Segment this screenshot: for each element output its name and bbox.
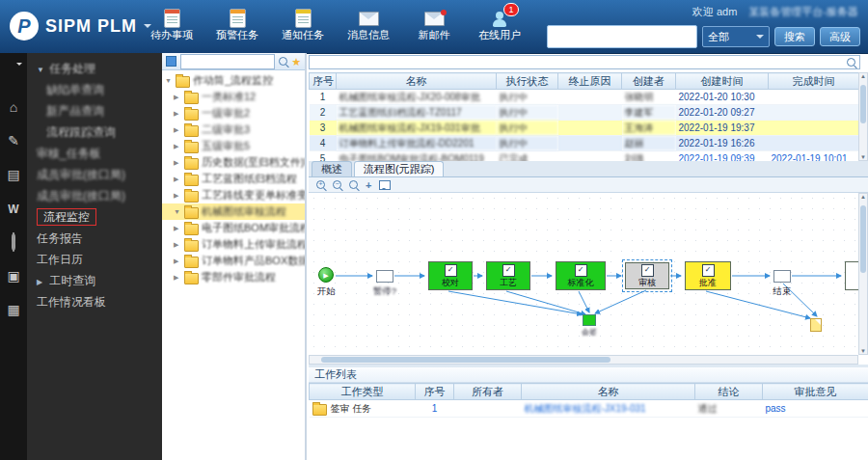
scroll-down-icon[interactable]: ▼ — [859, 348, 867, 354]
advanced-search-button[interactable]: 高级 — [820, 27, 860, 46]
flow-node-end-cut[interactable] — [845, 261, 858, 290]
database-icon[interactable] — [5, 166, 22, 183]
tab-overview[interactable]: 概述 — [312, 161, 352, 176]
scrollbar-thumb[interactable] — [860, 205, 866, 273]
col-reason[interactable]: 终止原因 — [558, 73, 622, 90]
tree-item[interactable]: ▶ 五级审批5 — [162, 138, 305, 154]
grid-scrollbar[interactable]: ▲ ▼ — [858, 72, 868, 161]
flow-node-review-selected[interactable]: 审核 — [625, 262, 669, 289]
edit-icon[interactable] — [5, 132, 22, 149]
wl-col-opinion[interactable]: 审批意见 — [763, 384, 868, 400]
search-filter-select[interactable]: 全部 — [702, 26, 770, 47]
tree-item-selected[interactable]: ▼ 机械图纸审核流程 — [162, 203, 305, 220]
sidebar-item-work-calendar[interactable]: 工作日历 — [27, 249, 162, 270]
flow-node-standardize[interactable]: 标准化 — [556, 261, 606, 290]
flow-node-gateway-2[interactable] — [773, 270, 791, 283]
tree-item[interactable]: ▶ 电子图纸BOM审批流程 — [162, 220, 305, 236]
grid-row-selected[interactable]: 3 机械图纸审核流程-JX19-031审批 执行中 王海涛 2022-01-19… — [310, 121, 859, 136]
book-icon[interactable] — [5, 267, 22, 284]
tree-item[interactable]: ▶ 零部件审批流程 — [162, 269, 305, 285]
scrollbar-thumb[interactable] — [860, 85, 866, 123]
sidebar-item-new-product-query[interactable]: 新产品查询 — [27, 100, 162, 122]
col-finished[interactable]: 完成时间 — [769, 73, 859, 90]
tree-item[interactable]: ▶ 一类标准12 — [162, 89, 305, 105]
tree-root[interactable]: ▼ 作动筒_流程监控 — [162, 72, 305, 89]
sidebar-item-member-approval-2[interactable]: 成员审批(接口局) — [27, 185, 162, 206]
word-icon[interactable] — [5, 200, 22, 217]
favorite-star-icon[interactable] — [291, 56, 301, 68]
sidebar-item-process-trace-query[interactable]: 流程跟踪查询 — [27, 122, 162, 143]
global-search-input[interactable] — [547, 25, 697, 48]
flow-node-start[interactable] — [318, 267, 334, 283]
flow-canvas[interactable]: 开始 暂停? 校对 工艺 标准化 审核 批准 结束 会签 — [309, 193, 858, 355]
tree-item[interactable]: ▶ 二级审批3 — [162, 122, 305, 138]
sidebar-item-review-taskboard[interactable]: 审核_任务板 — [27, 143, 162, 164]
search-button[interactable]: 搜索 — [774, 27, 815, 46]
scroll-down-icon[interactable]: ▼ — [859, 154, 867, 160]
tree-item[interactable]: ▶ 工艺蓝图纸归档流程 — [162, 171, 305, 187]
qrcode-icon[interactable] — [5, 301, 22, 318]
canvas-vscrollbar[interactable]: ▲ ▼ — [858, 193, 868, 355]
sidebar-section-task-handling[interactable]: 任务处理 — [27, 58, 162, 79]
col-no[interactable]: 序号 — [310, 73, 337, 90]
headset-icon[interactable] — [5, 233, 22, 251]
process-tree-panel: ▼ 作动筒_流程监控 ▶ 一类标准12 ▶ 一级审批2 ▶ 二级审批3 ▶ 五级… — [162, 53, 307, 460]
tree-search-icon[interactable] — [279, 57, 287, 66]
wl-col-name[interactable]: 名称 — [522, 384, 695, 400]
wl-col-type[interactable]: 工作类型 — [310, 384, 416, 400]
zoom-reset-icon[interactable] — [349, 180, 358, 189]
wl-cell-name[interactable]: 机械图纸审核流程-JX19-031 — [522, 400, 695, 418]
cube-icon[interactable] — [166, 56, 176, 67]
sidebar-item-defect-query[interactable]: 缺陷单查询 — [27, 79, 162, 100]
wl-col-owner[interactable]: 所有者 — [454, 384, 522, 400]
chat-icon[interactable] — [5, 65, 22, 82]
grid-search-icon[interactable] — [847, 58, 855, 67]
wl-col-conclusion[interactable]: 结论 — [695, 384, 763, 400]
pan-icon[interactable] — [366, 180, 371, 190]
flow-node-countersign[interactable] — [583, 314, 596, 326]
flow-document-icon[interactable] — [810, 318, 822, 332]
sidebar-item-member-approval-1[interactable]: 成员审批(接口局) — [27, 164, 162, 185]
todo-items-button[interactable]: 待办事项 — [145, 7, 199, 42]
wl-col-no[interactable]: 序号 — [416, 384, 454, 400]
sidebar-item-process-monitor[interactable]: 流程监控 — [27, 206, 162, 228]
zoom-out-icon[interactable]: − — [333, 180, 341, 189]
col-creator[interactable]: 创建者 — [622, 73, 676, 90]
col-created[interactable]: 创建时间 — [676, 73, 769, 90]
tab-flow-diagram[interactable]: 流程图(元跟踪) — [354, 161, 444, 176]
flow-node-craft[interactable]: 工艺 — [486, 261, 530, 290]
scrollbar-thumb[interactable] — [321, 357, 610, 363]
alert-tasks-button[interactable]: 预警任务 — [210, 7, 264, 42]
grid-row[interactable]: 2 工艺蓝图纸归档流程-TZ0117 执行中 李建军 2022-01-20 09… — [310, 105, 859, 121]
scroll-up-icon[interactable]: ▲ — [859, 73, 867, 79]
sidebar-section-work-hours[interactable]: 工时查询 — [27, 270, 162, 291]
tree-item[interactable]: ▶ 订单物料上传审批流程 — [162, 236, 305, 253]
new-mail-button[interactable]: 新邮件 — [407, 7, 461, 42]
flow-node-approve[interactable]: 批准 — [685, 261, 731, 290]
app-logo[interactable]: P SIPM PLM — [10, 12, 151, 41]
tree-item[interactable]: ▶ 工艺路线变更单标准变更流程 — [162, 187, 305, 203]
tree-item[interactable]: ▶ 一级审批2 — [162, 105, 305, 122]
notify-tasks-button[interactable]: 通知任务 — [276, 7, 330, 42]
scroll-up-icon[interactable]: ▲ — [859, 194, 867, 200]
notify-tasks-label: 通知任务 — [282, 29, 324, 41]
col-status[interactable]: 执行状态 — [497, 73, 558, 90]
sidebar-item-task-report[interactable]: 任务报告 — [27, 228, 162, 249]
tree-item[interactable]: ▶ 订单物料产品BOX数据更新流程 — [162, 253, 305, 269]
tree-item[interactable]: ▶ 历史数据(至归档文件)审批流程 — [162, 154, 305, 171]
comment-icon[interactable] — [379, 180, 391, 190]
tree-search-input[interactable] — [180, 54, 275, 69]
grid-filter-bar[interactable] — [309, 55, 860, 69]
canvas-hscrollbar[interactable] — [309, 355, 858, 365]
worklist-row[interactable]: 签审 任务 1 机械图纸审核流程-JX19-031 通过 pass — [310, 400, 868, 418]
grid-row[interactable]: 4 订单物料上传审批流程-DD2201 执行中 赵丽 2022-01-19 16… — [310, 136, 859, 151]
flow-node-proofread[interactable]: 校对 — [428, 261, 473, 290]
zoom-in-icon[interactable]: + — [316, 180, 325, 189]
messages-button[interactable]: 消息信息 — [341, 7, 395, 42]
sidebar-item-work-status-board[interactable]: 工作情况看板 — [27, 291, 162, 312]
home-icon[interactable] — [5, 98, 22, 116]
flow-node-gateway-1[interactable] — [376, 270, 393, 283]
grid-row[interactable]: 1 机械图纸审核流程-JX20-008审批 执行中 张晓明 2022-01-20… — [310, 90, 859, 105]
online-users-button[interactable]: 1 在线用户 — [473, 7, 527, 42]
col-name[interactable]: 名称 — [337, 73, 497, 90]
